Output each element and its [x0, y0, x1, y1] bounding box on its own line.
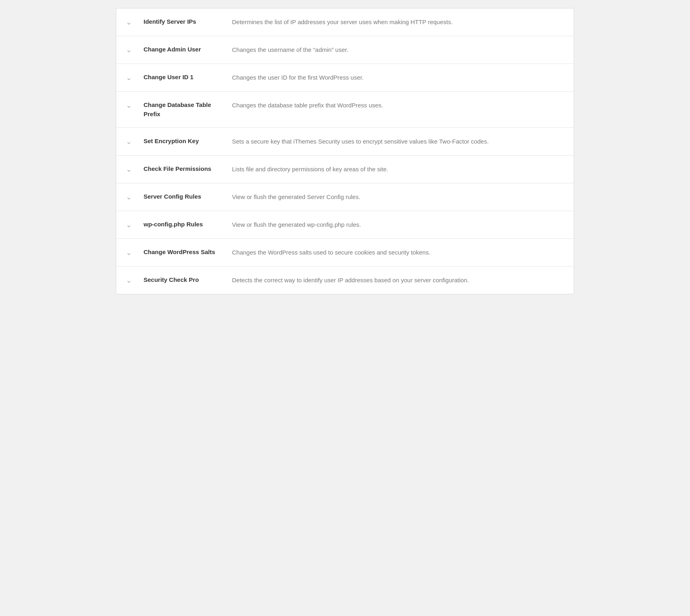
chevron-col-wp-config-php-rules: ⌄: [126, 220, 144, 228]
chevron-down-icon-change-admin-user: ⌄: [126, 46, 132, 53]
list-item-change-wordpress-salts[interactable]: ⌄Change WordPress SaltsChanges the WordP…: [116, 239, 574, 267]
tools-list: ⌄Identify Server IPsDetermines the list …: [116, 8, 574, 294]
item-description-identify-server-ips: Determines the list of IP addresses your…: [232, 17, 564, 27]
chevron-col-security-check-pro: ⌄: [126, 275, 144, 284]
chevron-down-icon-change-wordpress-salts: ⌄: [126, 249, 132, 256]
item-description-security-check-pro: Detects the correct way to identify user…: [232, 275, 564, 285]
list-item-server-config-rules[interactable]: ⌄Server Config RulesView or flush the ge…: [116, 183, 574, 211]
list-item-set-encryption-key[interactable]: ⌄Set Encryption KeySets a secure key tha…: [116, 128, 574, 156]
item-description-set-encryption-key: Sets a secure key that iThemes Security …: [232, 137, 564, 146]
item-title-change-wordpress-salts: Change WordPress Salts: [144, 248, 232, 257]
item-description-change-admin-user: Changes the username of the “admin” user…: [232, 45, 564, 55]
chevron-col-set-encryption-key: ⌄: [126, 137, 144, 145]
list-item-change-user-id-1[interactable]: ⌄Change User ID 1Changes the user ID for…: [116, 64, 574, 92]
chevron-col-change-database-table-prefix: ⌄: [126, 101, 144, 109]
chevron-col-change-admin-user: ⌄: [126, 45, 144, 53]
item-title-wp-config-php-rules: wp-config.php Rules: [144, 220, 232, 229]
list-item-wp-config-php-rules[interactable]: ⌄wp-config.php RulesView or flush the ge…: [116, 211, 574, 239]
item-title-set-encryption-key: Set Encryption Key: [144, 137, 232, 146]
item-description-change-database-table-prefix: Changes the database table prefix that W…: [232, 101, 564, 110]
item-description-change-user-id-1: Changes the user ID for the first WordPr…: [232, 73, 564, 82]
chevron-down-icon-set-encryption-key: ⌄: [126, 138, 132, 145]
item-title-check-file-permissions: Check File Permissions: [144, 164, 232, 174]
item-title-change-admin-user: Change Admin User: [144, 45, 232, 54]
chevron-down-icon-identify-server-ips: ⌄: [126, 18, 132, 26]
chevron-col-change-user-id-1: ⌄: [126, 73, 144, 81]
item-title-change-user-id-1: Change User ID 1: [144, 73, 232, 82]
chevron-down-icon-check-file-permissions: ⌄: [126, 166, 132, 173]
item-description-change-wordpress-salts: Changes the WordPress salts used to secu…: [232, 248, 564, 257]
item-description-wp-config-php-rules: View or flush the generated wp-config.ph…: [232, 220, 564, 230]
chevron-down-icon-security-check-pro: ⌄: [126, 277, 132, 284]
chevron-col-change-wordpress-salts: ⌄: [126, 248, 144, 256]
chevron-col-identify-server-ips: ⌄: [126, 17, 144, 26]
item-description-check-file-permissions: Lists file and directory permissions of …: [232, 164, 564, 174]
item-title-server-config-rules: Server Config Rules: [144, 192, 232, 201]
chevron-down-icon-wp-config-php-rules: ⌄: [126, 221, 132, 228]
item-title-security-check-pro: Security Check Pro: [144, 275, 232, 285]
item-title-identify-server-ips: Identify Server IPs: [144, 17, 232, 27]
chevron-col-check-file-permissions: ⌄: [126, 164, 144, 173]
item-title-change-database-table-prefix: Change Database Table Prefix: [144, 101, 232, 119]
list-item-security-check-pro[interactable]: ⌄Security Check ProDetects the correct w…: [116, 267, 574, 294]
chevron-down-icon-change-user-id-1: ⌄: [126, 74, 132, 81]
list-item-change-database-table-prefix[interactable]: ⌄Change Database Table PrefixChanges the…: [116, 92, 574, 128]
chevron-col-server-config-rules: ⌄: [126, 192, 144, 201]
item-description-server-config-rules: View or flush the generated Server Confi…: [232, 192, 564, 202]
list-item-change-admin-user[interactable]: ⌄Change Admin UserChanges the username o…: [116, 36, 574, 64]
chevron-down-icon-change-database-table-prefix: ⌄: [126, 102, 132, 109]
chevron-down-icon-server-config-rules: ⌄: [126, 193, 132, 201]
list-item-identify-server-ips[interactable]: ⌄Identify Server IPsDetermines the list …: [116, 8, 574, 36]
list-item-check-file-permissions[interactable]: ⌄Check File PermissionsLists file and di…: [116, 156, 574, 183]
